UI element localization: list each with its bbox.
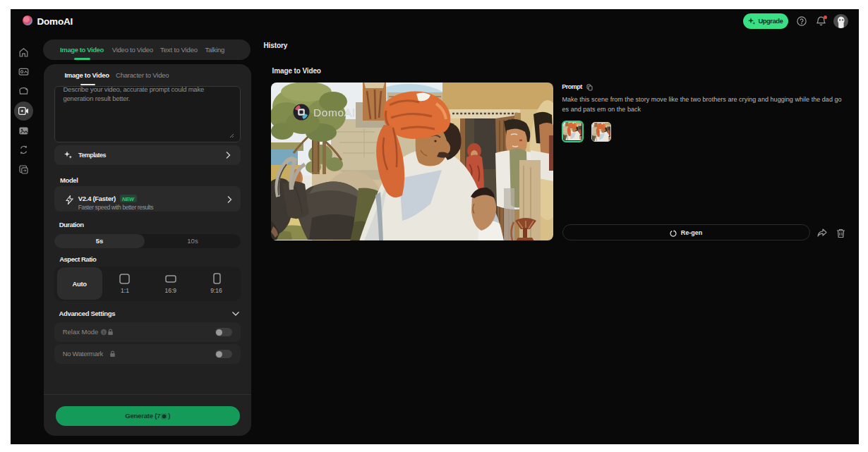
svg-text:i: i bbox=[103, 330, 104, 335]
